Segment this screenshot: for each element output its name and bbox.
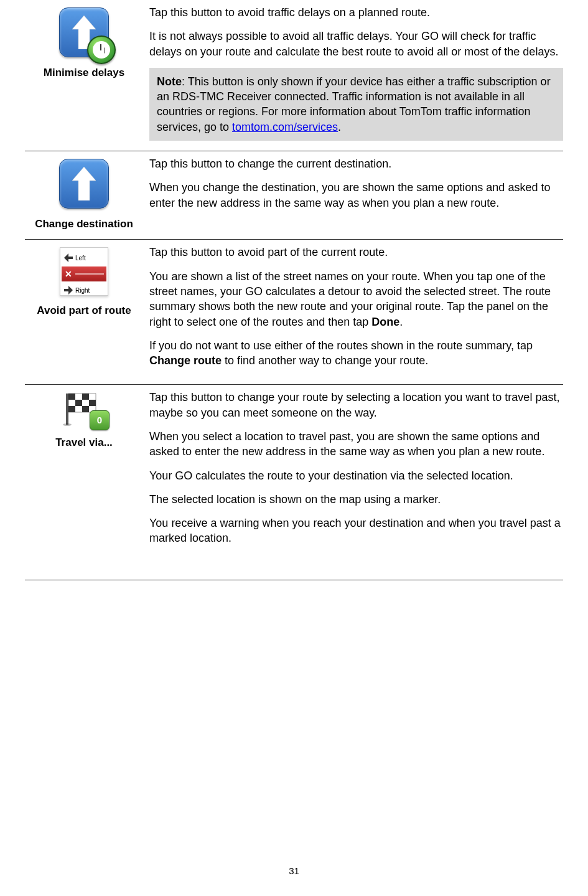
svg-rect-6 xyxy=(68,406,75,412)
paragraph: Tap this button to change the current de… xyxy=(149,156,563,171)
minimise-delays-icon xyxy=(59,7,109,57)
icon-label: Change destination xyxy=(25,217,143,232)
paragraph: If you do not want to use either of the … xyxy=(149,338,563,369)
svg-rect-2 xyxy=(68,394,75,400)
paragraph: Tap this button to change your route by … xyxy=(149,390,563,420)
clock-badge-icon xyxy=(87,35,116,64)
svg-rect-4 xyxy=(75,400,82,406)
paragraph: Your GO calculates the route to your des… xyxy=(149,468,563,483)
change-destination-icon xyxy=(59,159,109,209)
note-box: Note: This button is only shown if your … xyxy=(149,68,563,141)
icon-column: 0 Travel via... xyxy=(25,390,143,554)
paragraph: Tap this button to avoid part of the cur… xyxy=(149,245,563,260)
left-label: Left xyxy=(75,254,86,263)
icon-column: Change destination xyxy=(25,156,143,232)
section-change-destination: Change destination Tap this button to ch… xyxy=(25,151,563,240)
icon-label: Avoid part of route xyxy=(25,304,143,318)
description-column: Tap this button to avoid traffic delays … xyxy=(143,5,563,143)
icon-label: Travel via... xyxy=(25,436,143,450)
icon-label: Minimise delays xyxy=(25,66,143,80)
paragraph: When you select a location to travel pas… xyxy=(149,429,563,460)
svg-rect-0 xyxy=(66,394,68,425)
right-label: Right xyxy=(75,286,90,295)
left-arrow-icon xyxy=(64,253,73,262)
strike-line xyxy=(75,273,104,275)
description-column: Tap this button to change your route by … xyxy=(143,390,563,554)
svg-rect-7 xyxy=(82,406,89,412)
paragraph: You receive a warning when you reach you… xyxy=(149,516,563,546)
icon-column: Left ✕ Right Avoid part of route xyxy=(25,245,143,377)
section-travel-via: 0 Travel via... Tap this button to chang… xyxy=(25,385,563,580)
description-column: Tap this button to avoid part of the cur… xyxy=(143,245,563,377)
flag-badge: 0 xyxy=(90,410,110,430)
note-label: Note xyxy=(157,75,182,88)
svg-rect-5 xyxy=(89,400,96,406)
description-column: Tap this button to change the current de… xyxy=(143,156,563,232)
travel-via-icon: 0 xyxy=(62,392,106,427)
note-text: : This button is only shown if your devi… xyxy=(157,75,551,133)
paragraph: It is not always possible to avoid all t… xyxy=(149,29,563,59)
note-link[interactable]: tomtom.com/services xyxy=(232,121,338,133)
paragraph: Tap this button to avoid traffic delays … xyxy=(149,5,563,20)
paragraph: You are shown a list of the street names… xyxy=(149,269,563,329)
svg-rect-3 xyxy=(82,394,89,400)
section-minimise-delays: Minimise delays Tap this button to avoid… xyxy=(25,0,563,151)
avoid-part-icon: Left ✕ Right xyxy=(60,247,108,296)
svg-point-8 xyxy=(63,423,72,426)
x-icon: ✕ xyxy=(64,268,73,280)
icon-column: Minimise delays xyxy=(25,5,143,143)
section-avoid-part: Left ✕ Right Avoid part of route Tap thi… xyxy=(25,240,563,385)
paragraph: When you change the destination, you are… xyxy=(149,180,563,210)
note-text-after: . xyxy=(338,121,341,133)
right-arrow-icon xyxy=(64,286,73,295)
paragraph: The selected location is shown on the ma… xyxy=(149,492,563,507)
